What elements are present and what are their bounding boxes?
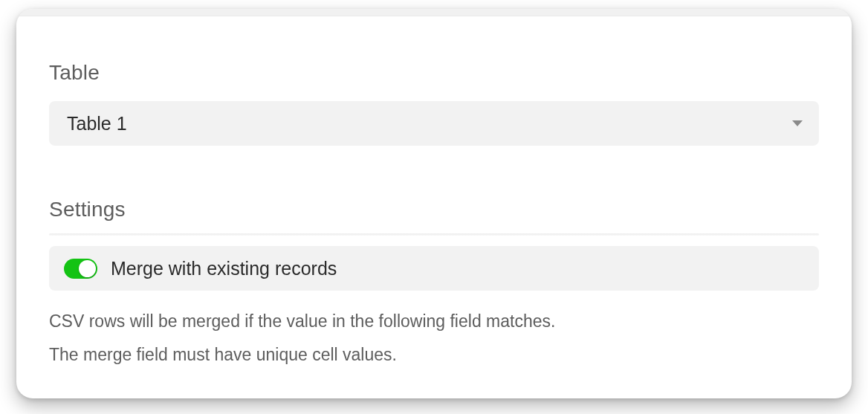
toggle-knob — [79, 260, 96, 277]
merge-toggle-label: Merge with existing records — [111, 258, 337, 279]
merge-help-text-1: CSV rows will be merged if the value in … — [49, 310, 819, 333]
settings-section: Settings Merge with existing records CSV… — [49, 146, 819, 366]
table-section-label: Table — [49, 61, 819, 85]
merge-toggle[interactable] — [64, 259, 97, 279]
chevron-down-icon — [792, 120, 803, 126]
merge-help-text-2: The merge field must have unique cell va… — [49, 343, 819, 366]
table-select[interactable]: Table 1 — [49, 101, 819, 146]
settings-panel: Table Table 1 Settings Merge with existi… — [16, 9, 852, 398]
table-select-value: Table 1 — [67, 113, 127, 135]
settings-section-label: Settings — [49, 198, 819, 221]
divider — [49, 233, 819, 236]
merge-toggle-row: Merge with existing records — [49, 246, 819, 291]
window-top-strip — [16, 9, 852, 16]
table-section: Table Table 1 — [49, 16, 819, 146]
